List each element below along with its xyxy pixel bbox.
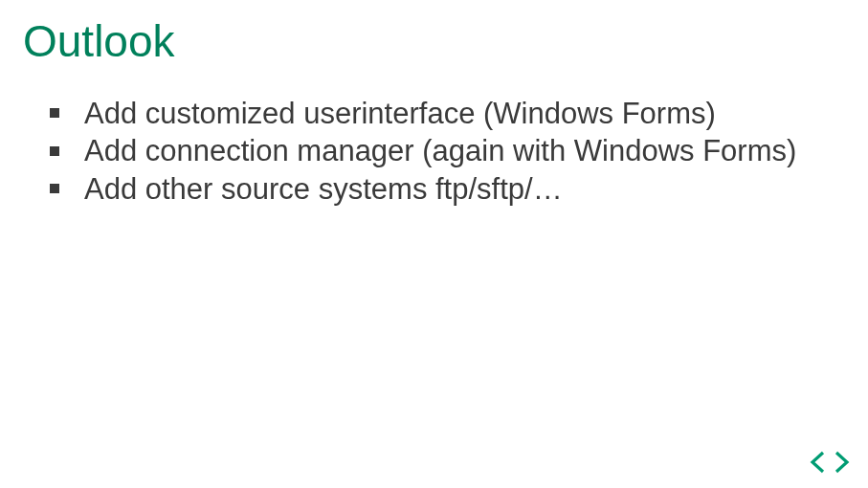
slide-title: Outlook: [23, 17, 841, 66]
list-item: Add connection manager (again with Windo…: [50, 132, 832, 170]
brand-logo-icon: [809, 450, 851, 475]
bullet-list: Add customized userinterface (Windows Fo…: [23, 95, 841, 209]
list-item: Add other source systems ftp/sftp/…: [50, 170, 832, 209]
slide: Outlook Add customized userinterface (Wi…: [0, 0, 868, 488]
list-item: Add customized userinterface (Windows Fo…: [50, 95, 832, 133]
